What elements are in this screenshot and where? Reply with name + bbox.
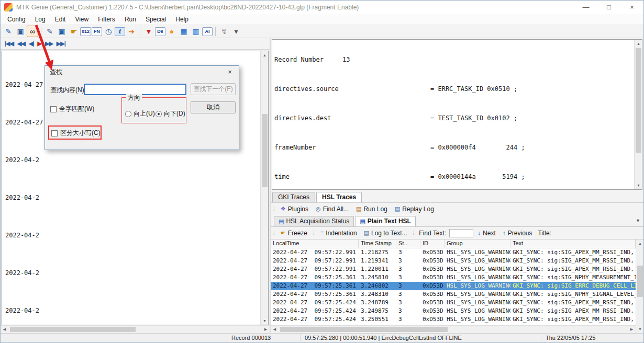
log-entry[interactable]: 2022-04-2 — [5, 193, 260, 202]
col-timestamp[interactable]: Time Stamp — [359, 239, 396, 248]
grid-view-button[interactable]: ▦ — [178, 26, 190, 37]
table-row[interactable]: 2022-04-27 09:57:25.4243.24878930xD53DHS… — [271, 299, 636, 307]
minimize-button[interactable]: — — [574, 1, 597, 14]
log-entry[interactable]: 2022-04-2 — [5, 155, 260, 165]
table-row[interactable]: 2022-04-27 09:57:22.9911.21827530xD53DHS… — [271, 248, 636, 257]
log-entry[interactable]: 2022-04-2 — [5, 231, 260, 240]
ai-button[interactable]: AI — [202, 27, 213, 36]
find-dialog-titlebar[interactable]: 查找 × — [45, 66, 239, 78]
direction-down-radio[interactable]: 向下(D) — [156, 109, 185, 118]
close-button[interactable]: × — [620, 1, 643, 14]
freeze-button[interactable]: ☛Freeze — [278, 228, 310, 238]
scroll-up-arrow-icon[interactable] — [261, 51, 269, 59]
log-horizontal-scrollbar[interactable] — [1, 325, 270, 333]
current-record-button[interactable]: ▶ — [37, 41, 41, 47]
filter-button[interactable]: ▼ — [143, 26, 154, 37]
table-row[interactable]: 2022-04-27 09:57:22.9911.22001130xD53DHS… — [271, 265, 636, 273]
col-group[interactable]: Group — [445, 239, 510, 248]
menu-item[interactable]: Edit — [50, 14, 71, 25]
edit2-pencil-button[interactable]: ✎ — [44, 26, 55, 37]
save-button[interactable]: ▣ — [15, 26, 26, 37]
run-log-button[interactable]: ▤Run Log — [353, 204, 391, 214]
scrollbar-thumb[interactable] — [636, 48, 641, 153]
goto-arrow-button[interactable]: ➔ — [126, 26, 137, 37]
cancel-button[interactable]: 取消 — [191, 101, 236, 113]
tab-hsl-traces[interactable]: HSL Traces — [316, 192, 362, 202]
ds-button[interactable]: Ds — [155, 27, 165, 36]
find-next-button[interactable]: ↓Next — [475, 228, 498, 238]
scroll-down-arrow-icon[interactable] — [635, 181, 642, 189]
fast-forward-button[interactable]: ▶▶ — [45, 41, 53, 47]
scroll-up-arrow-icon[interactable] — [635, 40, 642, 48]
col-localtime[interactable]: LocalTime — [271, 239, 359, 248]
t-button[interactable]: t — [115, 27, 125, 36]
scroll-left-arrow-icon[interactable] — [1, 326, 8, 333]
log-vertical-scrollbar[interactable] — [260, 51, 268, 325]
table-row[interactable]: 2022-04-27 09:57:25.3613.24581030xD53DHS… — [271, 273, 636, 282]
menu-item[interactable]: Log — [30, 14, 50, 25]
dialog-close-button[interactable]: × — [221, 66, 239, 78]
replay-log-button[interactable]: ▤Replay Log — [392, 204, 437, 214]
log-entry[interactable]: 2022-04-2 — [5, 306, 260, 315]
scroll-down-arrow-icon[interactable] — [636, 325, 643, 333]
menu-item[interactable]: Filters — [93, 14, 120, 25]
radio-icon-checked[interactable] — [156, 111, 162, 117]
find-next-button[interactable]: 查找下一个(F) — [191, 83, 236, 95]
table-row[interactable]: 2022-04-27 09:57:22.9911.21934130xD53DHS… — [271, 257, 636, 265]
toolbar-separator[interactable] — [41, 27, 41, 36]
menu-item[interactable]: View — [70, 14, 93, 25]
menu-item[interactable]: Special — [141, 14, 171, 25]
scroll-right-arrow-icon[interactable] — [628, 326, 636, 333]
first-record-button[interactable]: |◀◀ — [5, 41, 14, 47]
find-binoculars-button[interactable]: ∞ — [27, 26, 38, 37]
binary-012-button[interactable]: 012 — [80, 27, 91, 36]
scroll-right-arrow-icon[interactable] — [262, 326, 270, 333]
maximize-button[interactable]: □ — [597, 1, 620, 14]
menu-item[interactable]: Config — [3, 14, 30, 25]
connect-button[interactable]: ↯ — [218, 26, 230, 37]
scrollbar-thumb[interactable] — [637, 266, 643, 297]
table-horizontal-scrollbar[interactable] — [271, 325, 636, 333]
log-to-text-button[interactable]: ▤Log to Text... — [361, 228, 410, 238]
last-record-button[interactable]: ▶▶| — [57, 41, 65, 47]
toolbar-separator[interactable] — [215, 27, 216, 36]
fast-backward-button[interactable]: ◀◀ — [17, 41, 25, 47]
log-entry[interactable]: 2022-04-2 — [5, 268, 260, 278]
indentation-button[interactable]: ≡Indentation — [318, 228, 360, 238]
scrollbar-thumb[interactable] — [262, 114, 268, 187]
menu-item[interactable]: Run — [120, 14, 141, 25]
find-text-input[interactable] — [449, 229, 473, 237]
col-status[interactable]: St... — [396, 239, 420, 248]
col-id[interactable]: ID — [420, 239, 445, 248]
tab-hsl-acquisition-status[interactable]: ▤HSL Acquisition Status — [274, 216, 354, 226]
table-row[interactable]: 2022-04-27 09:57:25.3613.24831030xD53DHS… — [271, 290, 636, 299]
fn-button[interactable]: FN — [92, 27, 102, 36]
table-row[interactable]: 2022-04-27 09:57:25.3613.24680230xD53DHS… — [271, 282, 636, 290]
scroll-up-arrow-icon[interactable] — [636, 239, 643, 247]
drag-hand-button[interactable]: ☛ — [68, 26, 80, 37]
whole-word-checkbox[interactable]: 全字匹配(W) — [50, 105, 94, 113]
toolbar-separator[interactable] — [140, 27, 140, 36]
checkbox-icon[interactable] — [50, 106, 57, 112]
breakpoint-button[interactable]: ● — [166, 26, 177, 37]
find-previous-button[interactable]: ↑Previous — [500, 228, 535, 238]
table-row[interactable]: 2022-04-27 09:57:25.4243.25055130xD53DHS… — [271, 315, 636, 324]
scrollbar-thumb[interactable] — [10, 327, 136, 332]
scroll-down-arrow-icon[interactable] — [261, 317, 269, 325]
catalog-button[interactable]: ▥ — [190, 26, 202, 37]
table-row[interactable]: 2022-04-27 09:57:25.4243.24987530xD53DHS… — [271, 307, 636, 315]
tab-list-dropdown-icon[interactable]: ▼ — [636, 218, 640, 223]
direction-up-radio[interactable]: 向上(U) — [125, 109, 155, 118]
scrollbar-thumb[interactable] — [280, 327, 448, 332]
radio-icon[interactable] — [125, 111, 131, 117]
connect-dropdown-button[interactable]: ▾ — [230, 26, 242, 37]
tab-plain-text-hsl[interactable]: ▤Plain Text HSL — [355, 216, 416, 226]
save2-button[interactable]: ▣ — [56, 26, 68, 37]
edit-pencil-button[interactable]: ✎ — [3, 26, 14, 37]
plugins-button[interactable]: ❖Plugins — [277, 204, 312, 214]
tab-gki-traces[interactable]: GKI Traces — [272, 192, 315, 202]
table-vertical-scrollbar[interactable] — [636, 239, 643, 333]
prev-record-button[interactable]: ◀| — [29, 41, 34, 47]
scroll-left-arrow-icon[interactable] — [271, 326, 279, 333]
find-all-button[interactable]: ◎Find All... — [313, 204, 352, 214]
